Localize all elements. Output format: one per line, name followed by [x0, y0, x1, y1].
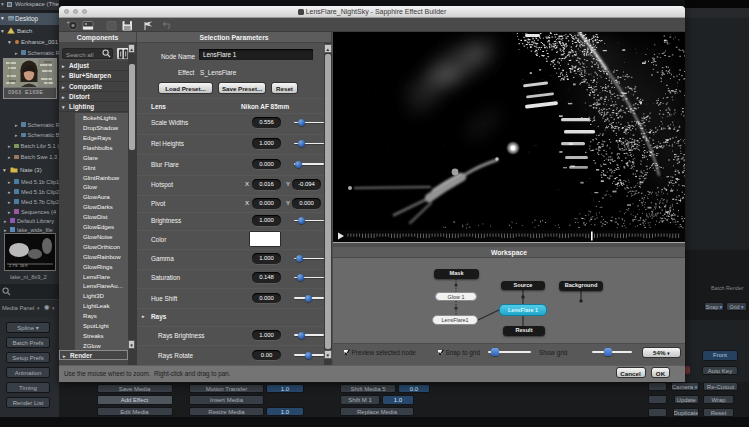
svg-text:2 7′6 16:9: 2 7′6 16:9: [9, 263, 28, 268]
svg-text:LVLY: LVLY: [646, 212, 659, 218]
